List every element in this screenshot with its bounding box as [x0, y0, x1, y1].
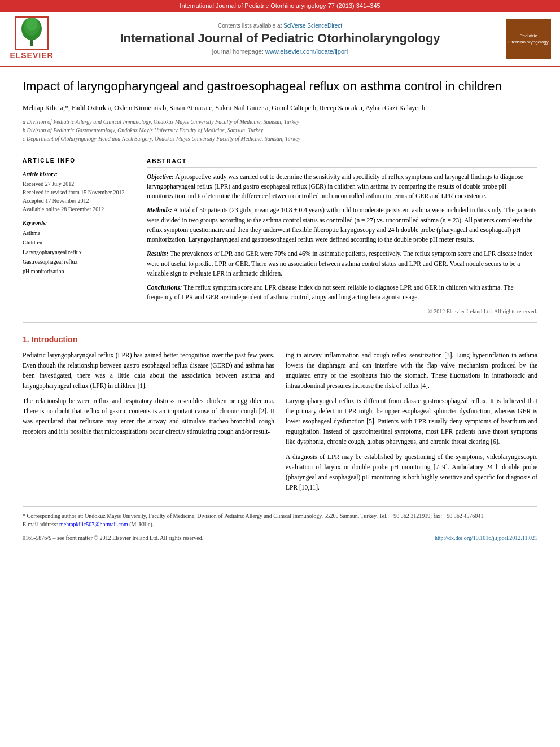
affiliation-c: c Department of Otolaryngology-Head and … [23, 134, 537, 143]
authors-line: Mehtap Kilic a,*, Fadil Ozturk a, Ozlem … [23, 103, 537, 113]
history-title: Article history: [23, 171, 126, 178]
keyword-ph: pH monitorization [23, 267, 126, 276]
homepage-url[interactable]: www.elsevier.com/locate/ijporl [265, 48, 348, 55]
affiliations: a Division of Pediatric Allergy and Clin… [23, 117, 537, 143]
email-link[interactable]: mehtapkilic507@hotmail.com [59, 521, 128, 527]
homepage-label: journal homepage: [212, 48, 264, 55]
affiliation-a: a Division of Pediatric Allergy and Clin… [23, 117, 537, 126]
accepted-date: Accepted 17 November 2012 [23, 196, 126, 205]
elsevier-tree-icon [15, 16, 49, 50]
abstract-panel: Abstract Objective: A prospective study … [147, 157, 537, 316]
article-info-panel: Article Info Article history: Received 2… [23, 157, 135, 316]
info-abstract-cols: Article Info Article history: Received 2… [23, 157, 537, 316]
journal-header: ELSEVIER Contents lists available at Sci… [0, 12, 560, 67]
intro-col-right: ing in airway inflammation and cough ref… [286, 351, 537, 499]
intro-section-header: 1. Introduction [23, 334, 537, 346]
corresponding-author: * Corresponding author at: Ondokuz Mayis… [23, 512, 537, 520]
journal-title-block: Contents lists available at SciVerse Sci… [61, 22, 499, 56]
journal-thumbnail: Pediatric Otorhinolaryngology [506, 19, 551, 59]
intro-section-number: 1. [23, 335, 32, 344]
intro-col-left: Pediatric laryngopharyngeal reflux (LPR)… [23, 351, 274, 499]
bottom-info: 0165-5876/$ – see front matter © 2012 El… [23, 534, 537, 542]
online-date: Available online 28 December 2012 [23, 205, 126, 213]
keywords-section: Keywords: Asthma Children Laryngopharyng… [23, 219, 126, 276]
email-line: E-mail address: mehtapkilic507@hotmail.c… [23, 520, 537, 528]
keyword-children: Children [23, 238, 126, 247]
intro-columns: Pediatric laryngopharyngeal reflux (LPR)… [23, 351, 537, 499]
email-name: (M. Kilic). [129, 521, 154, 527]
intro-p1: Pediatric laryngopharyngeal reflux (LPR)… [23, 351, 274, 391]
objective-label: Objective: [147, 173, 174, 180]
abstract-results: Results: The prevalences of LPR and GER … [147, 249, 537, 278]
article-info-heading: Article Info [23, 157, 126, 167]
abstract-objective: Objective: A prospective study was carri… [147, 172, 537, 202]
conclusions-label: Conclusions: [147, 284, 182, 291]
intro-section-title: Introduction [32, 335, 78, 344]
keywords-list: Asthma Children Laryngopharyngeal reflux… [23, 228, 126, 276]
keyword-asthma: Asthma [23, 228, 126, 238]
keyword-ger: Gastroesophageal reflux [23, 257, 126, 267]
introduction-section: 1. Introduction Pediatric laryngopharyng… [23, 334, 537, 499]
article-body: Impact of laryngopharyngeal and gastroes… [0, 67, 560, 553]
revised-date: Received in revised form 15 November 201… [23, 188, 126, 196]
copyright-line: © 2012 Elsevier Ireland Ltd. All rights … [147, 307, 537, 316]
objective-text: A prospective study was carried out to d… [147, 173, 523, 200]
methods-label: Methods: [147, 207, 172, 213]
sciverse-link[interactable]: SciVerse ScienceDirect [283, 23, 342, 29]
doi-link[interactable]: http://dx.doi.org/10.1016/j.ijporl.2012.… [435, 534, 537, 542]
keywords-title: Keywords: [23, 219, 126, 227]
email-label: E-mail address: [23, 521, 58, 527]
results-label: Results: [147, 250, 168, 257]
intro-p2: The relationship between reflux and resp… [23, 396, 274, 436]
elsevier-logo: ELSEVIER [9, 16, 54, 62]
section-divider [23, 322, 537, 323]
journal-citation: International Journal of Pediatric Otorh… [180, 2, 380, 9]
intro-p3: ing in airway inflammation and cough ref… [286, 351, 537, 391]
elsevier-label: ELSEVIER [10, 50, 53, 62]
article-history: Article history: Received 27 July 2012 R… [23, 171, 126, 213]
top-bar: International Journal of Pediatric Otorh… [0, 0, 560, 12]
journal-homepage: journal homepage: www.elsevier.com/locat… [61, 47, 499, 56]
sciverse-line: Contents lists available at SciVerse Sci… [61, 22, 499, 30]
svg-point-4 [26, 18, 37, 31]
intro-p5: A diagnosis of LPR may be established by… [286, 452, 537, 492]
conclusions-text: The reflux symptom score and LPR disease… [147, 284, 514, 300]
affiliation-b: b Division of Pediatric Gastroenterology… [23, 126, 537, 134]
abstract-heading: Abstract [147, 157, 537, 168]
abstract-conclusions: Conclusions: The reflux symptom score an… [147, 283, 537, 303]
intro-p4: Laryngopharyngeal reflux is different fr… [286, 396, 537, 447]
received-date: Received 27 July 2012 [23, 180, 126, 188]
methods-text: A total of 50 patients (23 girls, mean a… [147, 207, 536, 243]
article-title: Impact of laryngopharyngeal and gastroes… [23, 78, 537, 95]
divider [23, 150, 537, 150]
issn-line: 0165-5876/$ – see front matter © 2012 El… [23, 534, 203, 542]
results-text: The prevalences of LPR and GER were 70% … [147, 250, 532, 277]
abstract-methods: Methods: A total of 50 patients (23 girl… [147, 206, 537, 244]
keyword-lpr: Laryngopharyngeal reflux [23, 247, 126, 257]
journal-main-title: International Journal of Pediatric Otorh… [61, 31, 499, 46]
footnote-section: * Corresponding author at: Ondokuz Mayis… [23, 506, 537, 528]
